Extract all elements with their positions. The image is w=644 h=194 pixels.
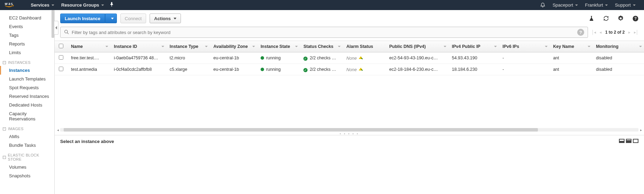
nav-resource-groups[interactable]: Resource Groups	[58, 0, 108, 10]
select-all-checkbox[interactable]	[59, 44, 63, 48]
nav-account-label: Spaceport	[552, 2, 573, 8]
experiments-icon[interactable]	[588, 15, 595, 22]
connect-label: Connect	[125, 16, 142, 21]
sort-icon[interactable]	[338, 46, 341, 47]
sidebar-item-events[interactable]: Events	[0, 22, 54, 31]
launch-instance-label: Launch Instance	[65, 16, 101, 21]
collapse-icon: −	[3, 61, 6, 64]
col-monitoring[interactable]: Monitoring	[593, 41, 644, 52]
col-public-dns[interactable]: Public DNS (IPv4)	[386, 41, 448, 52]
detail-pane-layout-controls	[619, 139, 638, 143]
aws-logo[interactable]	[5, 2, 20, 8]
scrollbar-track[interactable]	[60, 128, 638, 132]
sort-icon[interactable]	[444, 46, 446, 47]
nav-account[interactable]: Spaceport	[549, 0, 581, 10]
cell-instance-state: running	[257, 52, 300, 64]
actions-label: Actions	[154, 16, 171, 21]
col-ipv6-ips[interactable]: IPv6 IPs	[499, 41, 549, 52]
col-status-checks[interactable]: Status Checks	[300, 41, 343, 52]
col-label: Public DNS (IPv4)	[389, 44, 426, 49]
horizontal-scrollbar[interactable]: ◂ ▸	[55, 127, 644, 132]
nav-services[interactable]: Services	[27, 0, 58, 10]
sidebar-section-label: INSTANCES	[8, 60, 31, 65]
alarm-add-icon[interactable]	[358, 56, 364, 60]
sort-icon[interactable]	[252, 46, 255, 47]
sidebar-section-images[interactable]: −IMAGES	[0, 123, 54, 132]
notifications-icon[interactable]	[540, 2, 546, 8]
sidebar-item-tags[interactable]: Tags	[0, 31, 54, 40]
sidebar-section-instances[interactable]: −INSTANCES	[0, 57, 54, 66]
sort-icon[interactable]	[295, 46, 298, 47]
sidebar-item-reserved-instances[interactable]: Reserved Instances	[0, 92, 54, 101]
sort-icon[interactable]	[161, 46, 164, 47]
alarm-add-icon[interactable]	[358, 67, 364, 71]
col-name[interactable]: Name	[67, 41, 110, 52]
col-label: Status Checks	[303, 44, 333, 49]
cell-name: free.tier.test.…	[67, 52, 110, 64]
sidebar-item-volumes[interactable]: Volumes	[0, 163, 54, 171]
sidebar-item-spot-requests[interactable]: Spot Requests	[0, 83, 54, 92]
launch-instance-button[interactable]: Launch Instance	[60, 14, 105, 23]
state-running-icon	[261, 68, 264, 71]
scroll-right-icon[interactable]: ▸	[638, 128, 643, 132]
table-header-row: Name Instance ID Instance Type Availabil…	[55, 41, 644, 52]
row-checkbox[interactable]	[59, 55, 63, 60]
col-key-name[interactable]: Key Name	[550, 41, 593, 52]
table-row[interactable]: test.antmediai-0cf4a0cdc2affbfb8c5.xlarg…	[55, 64, 644, 75]
table-row[interactable]: free.tier.test.…i-0aeb0a4759736 48…t2.mi…	[55, 52, 644, 64]
sort-icon[interactable]	[545, 46, 548, 47]
sidebar-item-bundle-tasks[interactable]: Bundle Tasks	[0, 141, 54, 150]
sidebar-item-amis[interactable]: AMIs	[0, 132, 54, 141]
sidebar-item-launch-templates[interactable]: Launch Templates	[0, 75, 54, 83]
pin-icon[interactable]	[110, 2, 114, 8]
scroll-left-icon[interactable]: ◂	[55, 128, 60, 132]
cell-ipv6: -	[499, 64, 549, 75]
pager-text: 1 to 2 of 2	[605, 30, 625, 35]
pane-minimize-icon[interactable]	[619, 139, 625, 143]
sidebar-item-reports[interactable]: Reports	[0, 40, 54, 48]
col-instance-state[interactable]: Instance State	[257, 41, 300, 52]
col-label: IPv6 IPs	[502, 44, 519, 49]
nav-region[interactable]: Frankfurt	[581, 0, 611, 10]
sidebar-section-ebs[interactable]: −ELASTIC BLOCK STORE	[0, 150, 54, 163]
col-label: Alarm Status	[346, 44, 373, 49]
sort-icon[interactable]	[639, 46, 642, 47]
sidebar-item-dedicated-hosts[interactable]: Dedicated Hosts	[0, 101, 54, 109]
filter-help-icon[interactable]: ?	[577, 29, 584, 36]
sort-icon[interactable]	[105, 46, 108, 47]
settings-icon[interactable]	[618, 15, 624, 22]
sidebar-item-instances[interactable]: Instances	[0, 66, 54, 75]
col-ipv4-public-ip[interactable]: IPv4 Public IP	[448, 41, 499, 52]
pane-split-icon[interactable]	[626, 139, 631, 143]
col-alarm-status[interactable]: Alarm Status	[343, 41, 385, 52]
svg-text:?: ?	[634, 16, 637, 20]
help-icon[interactable]: ?	[632, 15, 638, 22]
launch-instance-dropdown[interactable]	[105, 14, 117, 23]
pane-maximize-icon[interactable]	[633, 139, 638, 143]
split-handle[interactable]: • • • • •	[55, 132, 644, 135]
sidebar-item-snapshots[interactable]: Snapshots	[0, 171, 54, 180]
sort-icon[interactable]	[205, 46, 208, 47]
detail-message: Select an instance above	[60, 139, 114, 144]
row-checkbox[interactable]	[59, 67, 63, 71]
sidebar-section-label: IMAGES	[8, 127, 24, 131]
col-label: Key Name	[553, 44, 574, 49]
nav-support[interactable]: Support	[611, 0, 639, 10]
col-availability-zone[interactable]: Availability Zone	[210, 41, 257, 52]
connect-button: Connect	[120, 14, 146, 23]
col-instance-type[interactable]: Instance Type	[166, 41, 210, 52]
col-instance-id[interactable]: Instance ID	[110, 41, 166, 52]
cell-ipv4: 54.93.43.190	[448, 52, 499, 64]
sidebar-item-ec2-dashboard[interactable]: EC2 Dashboard	[0, 14, 54, 22]
sidebar-item-capacity-reservations[interactable]: Capacity Reservations	[0, 109, 54, 123]
sidebar-item-limits[interactable]: Limits	[0, 48, 54, 57]
cell-instance-state: running	[257, 64, 300, 75]
actions-button[interactable]: Actions	[150, 14, 181, 23]
header-select-all[interactable]	[55, 41, 67, 52]
sort-icon[interactable]	[588, 46, 590, 47]
refresh-icon[interactable]	[603, 15, 609, 22]
filter-input[interactable]	[72, 30, 577, 35]
sort-icon[interactable]	[494, 46, 497, 47]
sidebar-collapse-handle[interactable]	[54, 21, 58, 35]
scrollbar-thumb[interactable]	[64, 128, 538, 132]
